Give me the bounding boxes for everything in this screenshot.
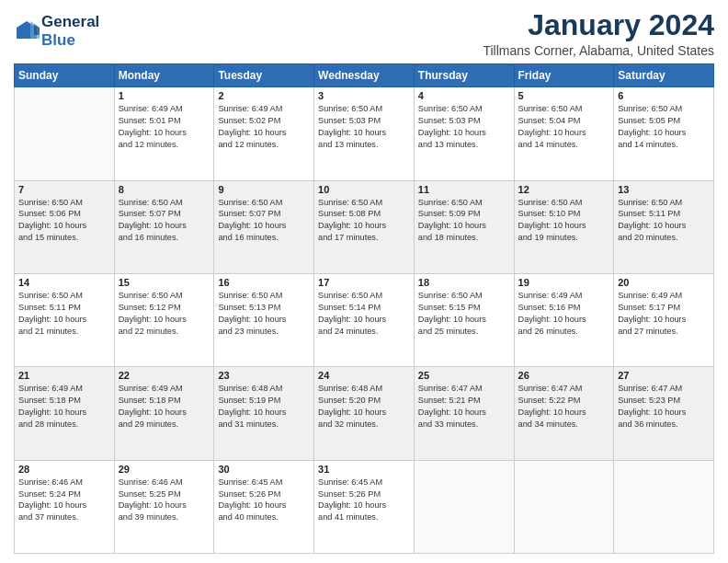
day-info: Sunrise: 6:50 AM Sunset: 5:13 PM Dayligh… <box>218 290 310 338</box>
day-number: 14 <box>18 277 110 288</box>
calendar-header-row: Sunday Monday Tuesday Wednesday Thursday… <box>15 64 714 87</box>
table-row: 8Sunrise: 6:50 AM Sunset: 5:07 PM Daylig… <box>114 180 214 273</box>
page: General Blue January 2024 Tillmans Corne… <box>0 0 728 563</box>
table-row: 3Sunrise: 6:50 AM Sunset: 5:03 PM Daylig… <box>314 87 415 180</box>
table-row <box>414 460 514 553</box>
day-info: Sunrise: 6:47 AM Sunset: 5:23 PM Dayligh… <box>618 383 710 431</box>
day-info: Sunrise: 6:50 AM Sunset: 5:04 PM Dayligh… <box>518 103 610 151</box>
table-row: 11Sunrise: 6:50 AM Sunset: 5:09 PM Dayli… <box>414 180 514 273</box>
day-info: Sunrise: 6:50 AM Sunset: 5:11 PM Dayligh… <box>18 290 110 338</box>
day-info: Sunrise: 6:46 AM Sunset: 5:24 PM Dayligh… <box>18 477 110 524</box>
day-number: 25 <box>418 370 510 381</box>
day-number: 29 <box>119 464 210 475</box>
col-saturday: Saturday <box>614 64 714 87</box>
day-number: 17 <box>318 277 410 288</box>
day-number: 22 <box>119 370 210 381</box>
logo-line1: General <box>41 13 99 31</box>
day-info: Sunrise: 6:45 AM Sunset: 5:26 PM Dayligh… <box>218 477 310 524</box>
calendar-week-row: 14Sunrise: 6:50 AM Sunset: 5:11 PM Dayli… <box>15 273 714 366</box>
day-number: 11 <box>418 184 510 195</box>
day-info: Sunrise: 6:48 AM Sunset: 5:19 PM Dayligh… <box>218 383 310 431</box>
table-row: 17Sunrise: 6:50 AM Sunset: 5:14 PM Dayli… <box>314 273 415 366</box>
day-info: Sunrise: 6:50 AM Sunset: 5:09 PM Dayligh… <box>418 197 510 245</box>
table-row: 13Sunrise: 6:50 AM Sunset: 5:11 PM Dayli… <box>614 180 714 273</box>
table-row: 25Sunrise: 6:47 AM Sunset: 5:21 PM Dayli… <box>414 367 514 460</box>
day-info: Sunrise: 6:50 AM Sunset: 5:07 PM Dayligh… <box>218 197 310 245</box>
day-info: Sunrise: 6:50 AM Sunset: 5:15 PM Dayligh… <box>418 290 510 338</box>
day-info: Sunrise: 6:50 AM Sunset: 5:08 PM Dayligh… <box>318 197 410 245</box>
logo-line2: Blue <box>41 31 99 50</box>
day-info: Sunrise: 6:50 AM Sunset: 5:14 PM Dayligh… <box>318 290 410 338</box>
header: General Blue January 2024 Tillmans Corne… <box>14 9 714 58</box>
table-row: 31Sunrise: 6:45 AM Sunset: 5:26 PM Dayli… <box>314 460 415 553</box>
table-row: 15Sunrise: 6:50 AM Sunset: 5:12 PM Dayli… <box>114 273 214 366</box>
table-row: 28Sunrise: 6:46 AM Sunset: 5:24 PM Dayli… <box>15 460 115 553</box>
day-number: 13 <box>618 184 710 195</box>
table-row: 9Sunrise: 6:50 AM Sunset: 5:07 PM Daylig… <box>214 180 314 273</box>
day-number: 31 <box>318 464 410 475</box>
month-title: January 2024 <box>483 9 714 41</box>
table-row: 21Sunrise: 6:49 AM Sunset: 5:18 PM Dayli… <box>15 367 115 460</box>
day-info: Sunrise: 6:50 AM Sunset: 5:11 PM Dayligh… <box>618 197 710 245</box>
day-number: 5 <box>518 90 610 101</box>
day-info: Sunrise: 6:50 AM Sunset: 5:07 PM Dayligh… <box>119 197 210 245</box>
day-number: 9 <box>218 184 310 195</box>
day-number: 3 <box>318 90 410 101</box>
table-row <box>614 460 714 553</box>
table-row: 18Sunrise: 6:50 AM Sunset: 5:15 PM Dayli… <box>414 273 514 366</box>
day-number: 7 <box>18 184 110 195</box>
svg-marker-2 <box>34 24 40 35</box>
day-info: Sunrise: 6:45 AM Sunset: 5:26 PM Dayligh… <box>318 477 410 524</box>
day-info: Sunrise: 6:50 AM Sunset: 5:10 PM Dayligh… <box>518 197 610 245</box>
table-row: 24Sunrise: 6:48 AM Sunset: 5:20 PM Dayli… <box>314 367 415 460</box>
day-number: 21 <box>18 370 110 381</box>
table-row: 1Sunrise: 6:49 AM Sunset: 5:01 PM Daylig… <box>114 87 214 180</box>
logo: General Blue <box>14 13 99 49</box>
table-row: 10Sunrise: 6:50 AM Sunset: 5:08 PM Dayli… <box>314 180 415 273</box>
location: Tillmans Corner, Alabama, United States <box>483 43 714 58</box>
calendar-week-row: 21Sunrise: 6:49 AM Sunset: 5:18 PM Dayli… <box>15 367 714 460</box>
day-info: Sunrise: 6:46 AM Sunset: 5:25 PM Dayligh… <box>119 477 210 524</box>
day-info: Sunrise: 6:47 AM Sunset: 5:22 PM Dayligh… <box>518 383 610 431</box>
table-row: 12Sunrise: 6:50 AM Sunset: 5:10 PM Dayli… <box>514 180 614 273</box>
calendar-week-row: 7Sunrise: 6:50 AM Sunset: 5:06 PM Daylig… <box>15 180 714 273</box>
col-tuesday: Tuesday <box>214 64 314 87</box>
day-number: 4 <box>418 90 510 101</box>
col-monday: Monday <box>114 64 214 87</box>
col-sunday: Sunday <box>15 64 115 87</box>
day-number: 10 <box>318 184 410 195</box>
calendar-week-row: 28Sunrise: 6:46 AM Sunset: 5:24 PM Dayli… <box>15 460 714 553</box>
day-number: 28 <box>18 464 110 475</box>
col-thursday: Thursday <box>414 64 514 87</box>
table-row: 26Sunrise: 6:47 AM Sunset: 5:22 PM Dayli… <box>514 367 614 460</box>
day-info: Sunrise: 6:50 AM Sunset: 5:03 PM Dayligh… <box>418 103 510 151</box>
day-number: 18 <box>418 277 510 288</box>
day-info: Sunrise: 6:48 AM Sunset: 5:20 PM Dayligh… <box>318 383 410 431</box>
table-row: 30Sunrise: 6:45 AM Sunset: 5:26 PM Dayli… <box>214 460 314 553</box>
day-info: Sunrise: 6:50 AM Sunset: 5:03 PM Dayligh… <box>318 103 410 151</box>
logo-icon <box>14 18 40 44</box>
table-row: 19Sunrise: 6:49 AM Sunset: 5:16 PM Dayli… <box>514 273 614 366</box>
table-row: 6Sunrise: 6:50 AM Sunset: 5:05 PM Daylig… <box>614 87 714 180</box>
day-number: 2 <box>218 90 310 101</box>
table-row: 4Sunrise: 6:50 AM Sunset: 5:03 PM Daylig… <box>414 87 514 180</box>
day-info: Sunrise: 6:49 AM Sunset: 5:18 PM Dayligh… <box>18 383 110 431</box>
table-row: 23Sunrise: 6:48 AM Sunset: 5:19 PM Dayli… <box>214 367 314 460</box>
table-row: 2Sunrise: 6:49 AM Sunset: 5:02 PM Daylig… <box>214 87 314 180</box>
day-number: 15 <box>119 277 210 288</box>
table-row: 20Sunrise: 6:49 AM Sunset: 5:17 PM Dayli… <box>614 273 714 366</box>
day-number: 8 <box>119 184 210 195</box>
day-info: Sunrise: 6:49 AM Sunset: 5:18 PM Dayligh… <box>119 383 210 431</box>
day-info: Sunrise: 6:50 AM Sunset: 5:12 PM Dayligh… <box>119 290 210 338</box>
table-row: 29Sunrise: 6:46 AM Sunset: 5:25 PM Dayli… <box>114 460 214 553</box>
day-info: Sunrise: 6:50 AM Sunset: 5:05 PM Dayligh… <box>618 103 710 151</box>
day-number: 24 <box>318 370 410 381</box>
table-row: 5Sunrise: 6:50 AM Sunset: 5:04 PM Daylig… <box>514 87 614 180</box>
day-number: 27 <box>618 370 710 381</box>
table-row: 14Sunrise: 6:50 AM Sunset: 5:11 PM Dayli… <box>15 273 115 366</box>
day-number: 30 <box>218 464 310 475</box>
col-friday: Friday <box>514 64 614 87</box>
table-row: 16Sunrise: 6:50 AM Sunset: 5:13 PM Dayli… <box>214 273 314 366</box>
title-block: January 2024 Tillmans Corner, Alabama, U… <box>483 9 714 58</box>
day-info: Sunrise: 6:49 AM Sunset: 5:02 PM Dayligh… <box>218 103 310 151</box>
